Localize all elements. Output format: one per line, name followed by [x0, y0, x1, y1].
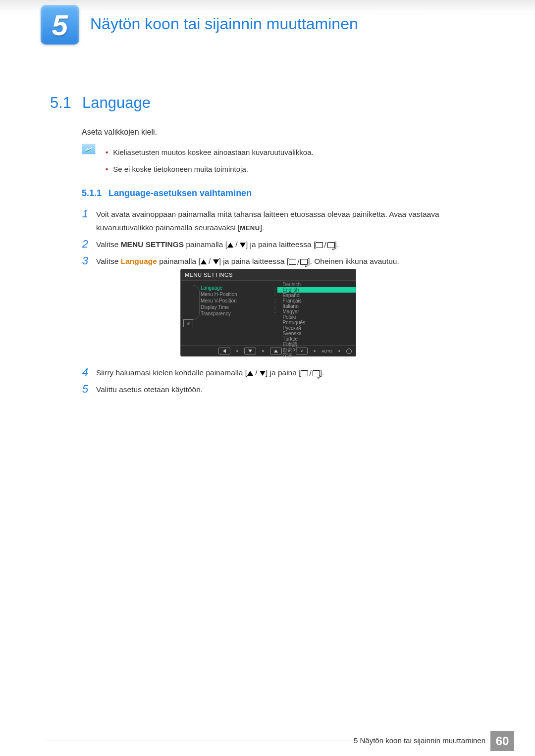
- osd-back-icon: [218, 348, 230, 354]
- osd-screenshot: MENU SETTINGS ⎚ Language: Menu H-Positio…: [180, 269, 356, 356]
- osd-menu-item: Menu H-Position: [201, 292, 237, 297]
- chapter-number: 5: [52, 8, 68, 42]
- step-number: 4: [78, 366, 88, 379]
- step-number: 5: [78, 383, 88, 396]
- step-text: Valittu asetus otetaan käyttöön.: [96, 383, 490, 396]
- osd-language-list: Deutsch English Español Français Italian…: [277, 281, 356, 345]
- page-top-gradient: [0, 0, 535, 13]
- osd-menu-items: Language: Menu H-Position: Menu V-Positi…: [196, 281, 278, 345]
- osd-lang-option: Polski: [277, 314, 356, 320]
- step-text: Siirry haluamasi kielen kohdalle painama…: [96, 366, 490, 380]
- enter-source-icon: /↲: [289, 255, 308, 269]
- osd-lang-option: Svenska: [277, 331, 356, 336]
- section-number: 5.1: [50, 94, 71, 112]
- step-text: Valitse Language painamalla [ / ] ja pai…: [96, 254, 490, 268]
- osd-menu-item: Menu V-Position: [201, 298, 237, 303]
- osd-curve-decoration: [193, 285, 200, 320]
- note-list: Kieliasetusten muutos koskee ainoastaan …: [106, 144, 314, 178]
- osd-lang-option: Español: [277, 293, 356, 298]
- chapter-badge: 5: [41, 5, 79, 45]
- triangle-up-icon: [247, 371, 253, 376]
- osd-lang-option: Português: [277, 320, 356, 325]
- osd-lang-option: Русский: [277, 325, 356, 331]
- osd-title: MENU SETTINGS: [181, 269, 356, 281]
- osd-lang-option: Italiano: [277, 303, 356, 309]
- step-text: Valitse MENU SETTINGS painamalla [ / ] j…: [96, 238, 490, 252]
- note-icon: [82, 144, 96, 154]
- osd-power-icon: [346, 349, 352, 354]
- enter-source-icon: /↲: [301, 366, 320, 380]
- chapter-title: Näytön koon tai sijainnin muuttaminen: [90, 15, 358, 33]
- triangle-down-icon: [260, 371, 266, 376]
- footer-breadcrumb: 5 Näytön koon tai sijainnin muuttaminen: [354, 736, 485, 745]
- menu-label-icon: MENU: [240, 224, 260, 232]
- osd-lang-option: Deutsch: [277, 282, 356, 287]
- osd-lang-option: Magyar: [277, 309, 356, 314]
- step-number: 3: [78, 254, 88, 267]
- osd-auto-label: AUTO: [321, 349, 332, 353]
- triangle-up-icon: [201, 259, 207, 264]
- osd-menu-item: Transparency: [201, 311, 231, 316]
- osd-menu-item: Display Time: [201, 304, 229, 310]
- note-item: Se ei koske tietokoneen muita toimintoja…: [106, 161, 314, 178]
- note-item: Kieliasetusten muutos koskee ainoastaan …: [106, 144, 314, 161]
- osd-enter-icon: ↲: [296, 348, 308, 354]
- subsection-number: 5.1.1: [82, 188, 102, 199]
- step-text: Voit avata avainoppaan painamalla mitä t…: [96, 207, 490, 235]
- osd-lang-option: Français: [277, 298, 356, 303]
- osd-up-icon: [270, 348, 282, 354]
- step-number: 2: [78, 238, 88, 251]
- osd-down-icon: [244, 348, 256, 354]
- page-number: 60: [490, 731, 514, 751]
- section-intro-text: Aseta valikkojen kieli.: [82, 128, 157, 137]
- enter-source-icon: /↲: [316, 238, 334, 252]
- osd-lang-option-selected: English: [277, 287, 356, 293]
- triangle-down-icon: [213, 259, 219, 264]
- osd-menu-item: Language: [201, 285, 223, 291]
- osd-lang-option: 日本語: [277, 342, 356, 347]
- osd-category-icon: ⎚: [183, 319, 193, 327]
- section-title: Language: [82, 94, 151, 112]
- osd-lang-option: Türkçe: [277, 336, 356, 342]
- triangle-down-icon: [240, 243, 246, 248]
- osd-lang-option: 汉语: [277, 353, 356, 358]
- subsection-title: Language-asetuksen vaihtaminen: [108, 188, 252, 199]
- step-number: 1: [78, 207, 88, 220]
- triangle-up-icon: [227, 243, 233, 248]
